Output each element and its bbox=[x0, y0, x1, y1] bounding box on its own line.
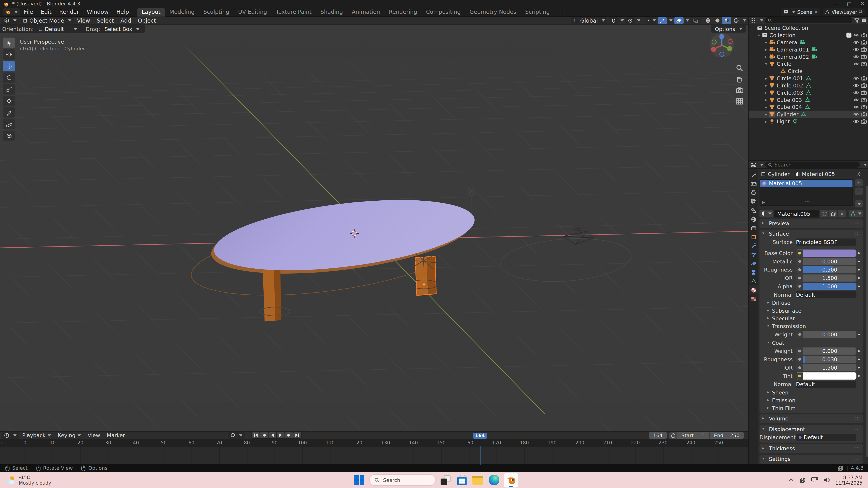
auto-keying-toggle[interactable] bbox=[228, 432, 244, 438]
object-name[interactable]: Circle.001 bbox=[777, 75, 803, 81]
object-name[interactable]: Circle.002 bbox=[777, 83, 803, 89]
gizmo-x-neg[interactable] bbox=[728, 39, 733, 44]
fake-user-shield-button[interactable] bbox=[820, 210, 828, 217]
timeline-editor-type-button[interactable] bbox=[2, 431, 19, 439]
properties-tab[interactable] bbox=[749, 241, 758, 250]
minimize-button[interactable]: — bbox=[833, 1, 838, 6]
property-field[interactable]: Default bbox=[796, 291, 856, 298]
collection-checkbox[interactable]: ✓ bbox=[846, 33, 851, 37]
visibility-dropdown[interactable] bbox=[647, 17, 656, 24]
node-socket[interactable] bbox=[796, 364, 803, 371]
unlink-scene-icon[interactable]: ✕ bbox=[814, 9, 818, 14]
frame-end-field[interactable]: End 250 bbox=[710, 432, 744, 438]
shading-dropdown[interactable] bbox=[743, 20, 746, 22]
tool-select-box[interactable] bbox=[3, 38, 15, 48]
tool-annotate[interactable] bbox=[3, 107, 15, 118]
animate-dot[interactable] bbox=[857, 269, 861, 270]
subsection-header[interactable]: ▸ Diffuse bbox=[760, 299, 863, 306]
hide-eye-icon[interactable] bbox=[853, 97, 859, 103]
properties-tab[interactable] bbox=[749, 197, 758, 206]
outliner-row[interactable]: ▾ Circle bbox=[749, 60, 868, 68]
navigation-gizmo[interactable] bbox=[709, 32, 735, 59]
node-socket[interactable] bbox=[796, 372, 803, 379]
tool-cursor[interactable] bbox=[3, 49, 15, 60]
disclosure-arrow-icon[interactable]: ▸ bbox=[763, 40, 769, 45]
property-field[interactable] bbox=[796, 372, 856, 379]
task-view-button[interactable] bbox=[439, 474, 452, 486]
object-name[interactable]: Circle.003 bbox=[777, 90, 803, 96]
tool-transform[interactable] bbox=[3, 96, 15, 106]
app-menu-button[interactable] bbox=[3, 8, 20, 15]
hide-eye-icon[interactable] bbox=[853, 104, 859, 110]
properties-tab[interactable] bbox=[749, 286, 758, 294]
properties-tab[interactable] bbox=[749, 215, 758, 223]
unlink-material-button[interactable]: ✕ bbox=[838, 210, 846, 217]
editor-type-button[interactable] bbox=[2, 17, 19, 24]
disclosure-arrow-icon[interactable]: ▸ bbox=[763, 119, 769, 124]
object-name[interactable]: Camera.002 bbox=[777, 54, 809, 60]
pan-hand-icon[interactable] bbox=[736, 75, 743, 83]
region-expand-icon[interactable]: › bbox=[1, 440, 3, 445]
animate-dot[interactable] bbox=[857, 333, 861, 335]
blender-taskbar-button[interactable] bbox=[504, 473, 518, 487]
slot-grip-icon[interactable]: ∷∷ bbox=[765, 200, 850, 205]
properties-tab[interactable] bbox=[749, 170, 758, 179]
properties-scrollbar[interactable] bbox=[866, 186, 868, 457]
object-name[interactable]: Camera bbox=[777, 39, 797, 45]
properties-tab[interactable] bbox=[749, 250, 758, 259]
viewport-menu-item[interactable]: Select bbox=[93, 18, 117, 24]
property-field[interactable]: 1.500 bbox=[796, 364, 856, 371]
workspace-tab[interactable]: Rendering bbox=[384, 7, 422, 16]
gizmos-toggle[interactable] bbox=[657, 17, 667, 24]
property-field[interactable]: 0.000 bbox=[796, 330, 856, 338]
render-visibility-icon[interactable] bbox=[861, 46, 867, 53]
material-slot-list[interactable]: Material.005 ▶ ∷∷ bbox=[760, 179, 853, 206]
overlays-dropdown[interactable] bbox=[686, 20, 689, 22]
tool-add-cube[interactable] bbox=[3, 131, 15, 141]
properties-tab[interactable] bbox=[749, 294, 758, 303]
render-visibility-icon[interactable] bbox=[861, 83, 867, 89]
volume-icon[interactable] bbox=[823, 477, 831, 484]
outliner-row[interactable]: ▸ Cube.003 bbox=[749, 96, 868, 103]
workspace-tab[interactable]: Texture Paint bbox=[272, 7, 316, 16]
tool-rotate[interactable] bbox=[3, 72, 15, 83]
timeline-menu-item[interactable]: View bbox=[84, 432, 103, 438]
thickness-panel-header[interactable]: ▸ Thickness ∷∷ bbox=[760, 445, 863, 452]
jump-to-start-button[interactable] bbox=[252, 432, 259, 438]
outliner-row[interactable]: ▸ Circle.001 bbox=[749, 75, 868, 82]
add-slot-button[interactable]: + bbox=[855, 179, 863, 186]
panel-grip-icon[interactable]: ∷∷ bbox=[854, 221, 860, 225]
outliner-editor-icon[interactable] bbox=[751, 18, 756, 23]
node-socket[interactable] bbox=[796, 274, 803, 281]
close-button[interactable]: ✕ bbox=[861, 1, 865, 6]
tool-measure[interactable] bbox=[3, 119, 15, 130]
hide-eye-icon[interactable] bbox=[853, 111, 859, 117]
subsection-header[interactable]: ▸ Subsurface bbox=[760, 306, 863, 314]
animate-dot[interactable] bbox=[857, 252, 861, 254]
object-name[interactable]: Cylinder bbox=[777, 111, 798, 117]
menu-item[interactable]: Render bbox=[55, 7, 83, 16]
snap-dropdown[interactable] bbox=[620, 20, 624, 22]
material-name-field[interactable]: Material.005 bbox=[774, 210, 819, 217]
workspace-tab[interactable]: Shading bbox=[316, 7, 347, 16]
property-field[interactable] bbox=[796, 249, 856, 256]
scene-selector[interactable]: Scene ✕ bbox=[781, 8, 820, 15]
xray-toggle[interactable] bbox=[691, 17, 700, 24]
properties-tab[interactable] bbox=[749, 276, 758, 285]
shading-rendered-button[interactable] bbox=[731, 17, 741, 24]
menu-item[interactable]: File bbox=[20, 7, 37, 16]
disclosure-arrow-icon[interactable]: ▸ bbox=[763, 55, 769, 59]
outliner-row[interactable]: Circle bbox=[749, 68, 868, 75]
panel-grip-icon[interactable]: ∷∷ bbox=[854, 416, 860, 421]
slot-specials-button[interactable] bbox=[855, 200, 863, 207]
breadcrumb-material[interactable]: Material.005 bbox=[802, 171, 835, 177]
object-name[interactable]: Scene Collection bbox=[765, 25, 808, 31]
object-name[interactable]: Circle bbox=[777, 61, 792, 67]
animate-dot[interactable] bbox=[857, 285, 861, 287]
edge-button[interactable] bbox=[488, 474, 500, 486]
start-button[interactable] bbox=[353, 474, 365, 486]
disclosure-arrow-icon[interactable]: ▸ bbox=[763, 98, 769, 102]
render-visibility-icon[interactable] bbox=[861, 75, 867, 81]
scene-canvas[interactable] bbox=[0, 33, 748, 431]
tool-scale[interactable] bbox=[3, 84, 15, 95]
